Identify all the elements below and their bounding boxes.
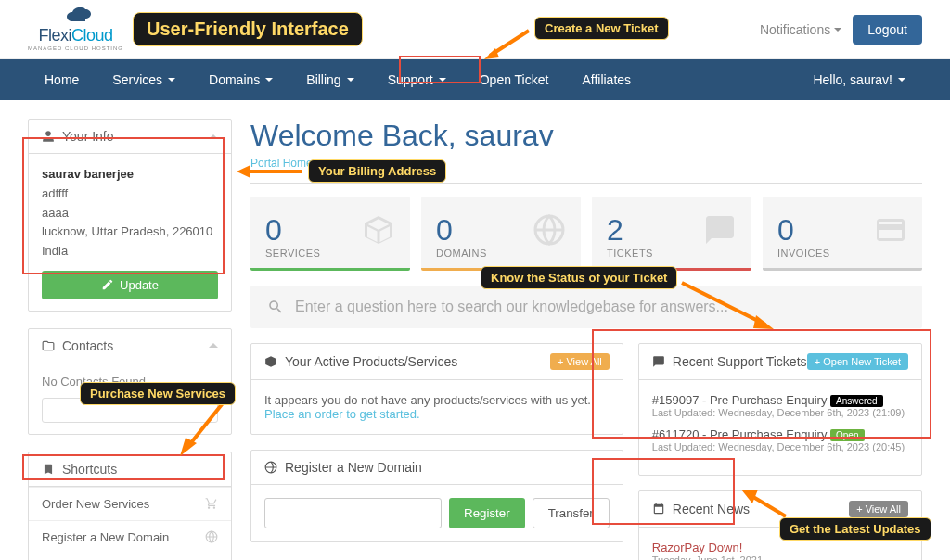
ticket-item[interactable]: #611720 - Pre Purchase Enquiry Open Last… [652,427,908,452]
bookmark-icon [42,463,55,476]
stat-domains[interactable]: 0 DOMAINS [421,197,581,271]
your-info-header: Your Info [29,120,231,154]
shortcut-logout[interactable]: Logout [29,554,231,560]
ticket-item[interactable]: #159097 - Pre Purchase Enquiry Answered … [652,393,908,418]
stat-invoices[interactable]: 0 INVOICES [763,197,922,271]
contacts-header: Contacts [29,329,231,363]
credit-card-icon [874,213,907,247]
search-icon [267,299,284,315]
pencil-icon [101,278,114,291]
tickets-header: Recent Support Tickets + Open New Ticket [639,344,921,380]
globe-icon [205,530,218,543]
annotation-title: User-Friendly Interface [133,12,363,46]
welcome-heading: Welcome Back, saurav [250,119,922,153]
open-new-ticket-button[interactable]: + Open New Ticket [807,353,908,370]
place-order-link[interactable]: Place an order to get started. [264,407,610,421]
nav-home[interactable]: Home [28,59,96,100]
nav-support[interactable]: Support [371,59,463,100]
status-badge: Open [830,429,864,441]
register-domain-button[interactable]: Register [449,498,525,528]
logout-button[interactable]: Logout [853,15,922,45]
nav-services[interactable]: Services [96,59,192,100]
nav-affiliates[interactable]: Affiliates [565,59,648,100]
annotation-purchase-services: Purchase New Services [80,382,236,405]
domain-reg-header: Register a New Domain [251,451,623,485]
calendar-icon [652,503,665,515]
update-button[interactable]: Update [42,271,218,299]
globe-icon [264,461,277,474]
nav-open-ticket[interactable]: Open Ticket [463,59,566,100]
chevron-up-icon [209,134,218,139]
shortcut-order-services[interactable]: Order New Services [29,487,231,520]
notifications-dropdown[interactable]: Notifications [760,22,841,37]
comments-icon [652,355,665,368]
user-icon [42,130,55,143]
shortcuts-header: Shortcuts [29,452,231,487]
globe-icon [533,213,566,247]
status-badge: Answered [830,395,882,407]
chevron-up-icon [209,343,218,348]
view-all-products-button[interactable]: + View All [550,353,610,370]
stat-tickets[interactable]: 2 TICKETS [592,197,751,271]
domain-input[interactable] [264,498,442,528]
logo[interactable]: FlexiCloud MANAGED CLOUD HOSTING [28,7,123,51]
nav-billing[interactable]: Billing [289,59,370,100]
user-info-body: saurav banerjee adffff aaaa lucknow, Utt… [29,154,231,311]
annotation-billing-address: Your Billing Address [308,159,446,183]
comments-icon [703,213,737,247]
stat-services[interactable]: 0 SERVICES [250,197,410,271]
breadcrumb-home[interactable]: Portal Home [250,157,313,170]
annotation-ticket-status: Know the Status of your Ticket [481,266,677,289]
nav-user-greeting[interactable]: Hello, saurav! [796,59,922,100]
nav-domains[interactable]: Domains [192,59,289,100]
products-header: Your Active Products/Services + View All [251,344,623,380]
annotation-latest-updates: Get the Latest Updates [779,517,931,541]
search-input[interactable] [295,299,905,315]
folder-icon [42,339,55,352]
products-body: It appears you do not have any products/… [251,380,623,434]
view-all-news-button[interactable]: + View All [849,501,908,517]
shortcut-register-domain[interactable]: Register a New Domain [29,520,231,554]
transfer-domain-button[interactable]: Transfer [533,498,610,528]
cube-icon [362,213,395,247]
cart-icon [205,497,218,510]
cube-icon [264,355,277,368]
annotation-create-ticket: Create a New Ticket [534,17,669,40]
